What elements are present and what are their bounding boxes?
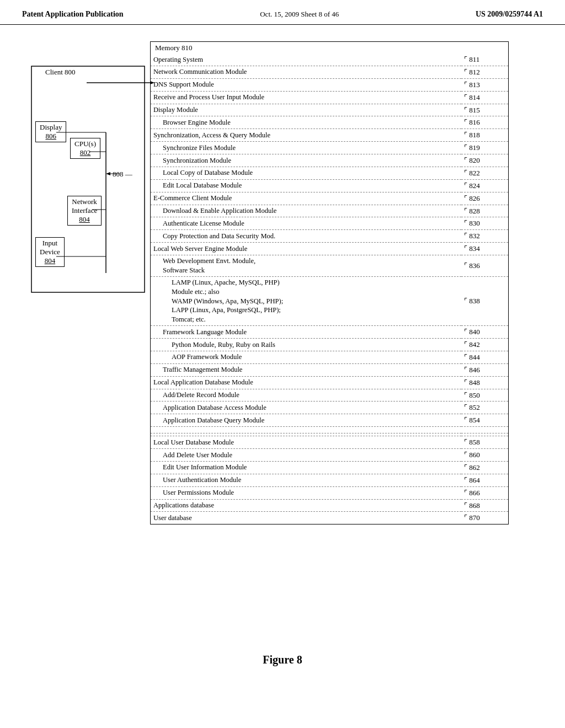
network-interface-box: Network Interface 804 — [67, 196, 102, 226]
diagram-area: Client 800 Display 806 CPU(s) 802 808 — … — [29, 36, 536, 643]
figure-caption: Figure 8 — [0, 654, 565, 666]
table-row: DNS Support Module⌜ 813 — [151, 78, 508, 91]
display-box: Display 806 — [35, 121, 66, 142]
table-row: Application Database Access Module⌜ 852 — [151, 402, 508, 414]
table-row: Framework Language Module⌜ 840 — [151, 326, 508, 339]
input-device-box: Input Device 804 — [35, 237, 65, 267]
table-row: Local Copy of Database Module⌜ 822 — [151, 167, 508, 179]
table-row: Local User Database Module⌜ 858 — [151, 436, 508, 449]
table-row: Traffic Management Module⌜ 846 — [151, 363, 508, 376]
memory-title: Memory 810 — [151, 42, 508, 53]
table-row: LAMP (Linux, Apache, MySQL, PHP)Module e… — [151, 276, 508, 325]
table-row: Edit User Information Module⌜ 862 — [151, 461, 508, 474]
header-patent-num: US 2009/0259744 A1 — [476, 10, 543, 19]
table-spacer-row — [151, 427, 508, 433]
header-publication: Patent Application Publication — [22, 10, 124, 19]
table-row: Synchronization, Access & Query Module⌜ … — [151, 129, 508, 142]
table-row: Network Communication Module⌜ 812 — [151, 66, 508, 78]
table-row: Local Application Database Module⌜ 848 — [151, 376, 508, 389]
svg-marker-9 — [106, 172, 110, 175]
table-row: Add/Delete Record Module⌜ 850 — [151, 389, 508, 402]
table-row: Python Module, Ruby, Ruby on Rails⌜ 842 — [151, 339, 508, 351]
table-row: Applications database⌜ 868 — [151, 499, 508, 512]
table-row: Authenticate License Module⌜ 830 — [151, 217, 508, 230]
table-row: E-Commerce Client Module⌜ 826 — [151, 192, 508, 205]
table-row: Local Web Server Engine Module⌜ 834 — [151, 243, 508, 255]
header-date-sheet: Oct. 15, 2009 Sheet 8 of 46 — [260, 10, 339, 19]
client-label: Client 800 — [45, 68, 76, 77]
bus-num: 808 — — [113, 170, 132, 179]
table-row: Display Module⌜ 815 — [151, 104, 508, 116]
table-row: Synchronize Files Module⌜ 819 — [151, 142, 508, 154]
memory-block: Memory 810 Operating System⌜ 811Network … — [150, 41, 509, 524]
table-row: Download & Enable Application Module⌜ 82… — [151, 205, 508, 217]
table-row: User Authentication Module⌜ 864 — [151, 474, 508, 486]
table-row: Operating System⌜ 811 — [151, 53, 508, 66]
table-row: AOP Framework Module⌜ 844 — [151, 351, 508, 363]
table-row: Edit Local Database Module⌜ 824 — [151, 179, 508, 192]
table-row: User database⌜ 870 — [151, 512, 508, 524]
table-row: Application Database Query Module⌜ 854 — [151, 414, 508, 427]
table-row: User Permissions Module⌜ 866 — [151, 486, 508, 499]
table-row: Receive and Process User Input Module⌜ 8… — [151, 91, 508, 104]
table-row: Copy Protection and Data Security Mod.⌜ … — [151, 230, 508, 243]
table-row: Browser Engine Module⌜ 816 — [151, 116, 508, 129]
table-row: Synchronization Module⌜ 820 — [151, 154, 508, 167]
table-row: Add Delete User Module⌜ 860 — [151, 449, 508, 462]
cpu-box: CPU(s) 802 — [70, 138, 100, 159]
table-row: Web Development Envt. Module,Software St… — [151, 255, 508, 277]
memory-table: Operating System⌜ 811Network Communicati… — [151, 53, 508, 524]
page-header: Patent Application Publication Oct. 15, … — [0, 0, 565, 25]
